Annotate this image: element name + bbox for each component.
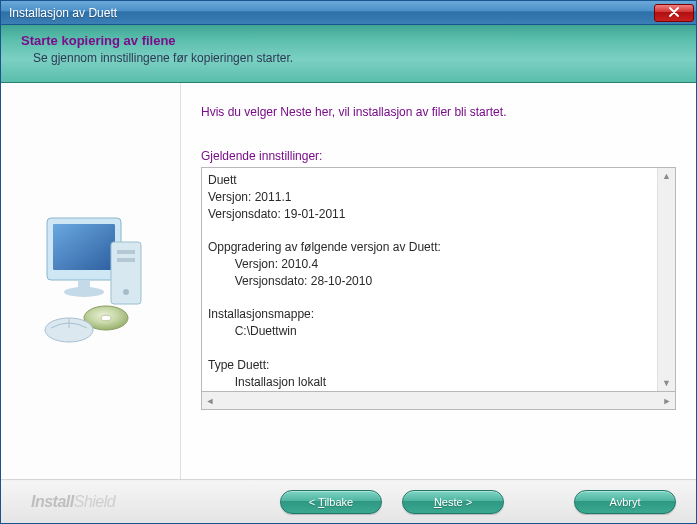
back-button[interactable]: < Tilbake [280, 490, 382, 514]
settings-label: Gjeldende innstillinger: [201, 149, 676, 163]
svg-rect-5 [117, 258, 135, 262]
window-title: Installasjon av Duett [9, 6, 654, 20]
svg-rect-4 [117, 250, 135, 254]
vertical-scrollbar[interactable]: ▲ ▼ [657, 168, 675, 391]
svg-point-10 [101, 315, 111, 321]
svg-rect-2 [53, 224, 115, 270]
scroll-up-icon[interactable]: ▲ [659, 168, 675, 184]
cancel-button-label: Avbryt [610, 496, 641, 508]
installer-window: Installasjon av Duett Starte kopiering a… [0, 0, 697, 524]
wizard-footer: InstallShield < Tilbake Neste > Avbryt [1, 481, 696, 523]
scroll-left-icon[interactable]: ◄ [202, 393, 218, 409]
scroll-right-icon[interactable]: ► [659, 393, 675, 409]
wizard-body: Hvis du velger Neste her, vil installasj… [1, 83, 696, 479]
wizard-header: Starte kopiering av filene Se gjennom in… [1, 25, 696, 83]
back-button-label: < Tilbake [309, 496, 353, 508]
cancel-button[interactable]: Avbryt [574, 490, 676, 514]
horizontal-scrollbar[interactable]: ◄ ► [201, 392, 676, 410]
illustration-pane [1, 83, 181, 479]
svg-point-6 [123, 289, 129, 295]
svg-rect-8 [78, 280, 90, 290]
intro-text: Hvis du velger Neste her, vil installasj… [201, 105, 676, 119]
titlebar: Installasjon av Duett [1, 1, 696, 25]
next-button[interactable]: Neste > [402, 490, 504, 514]
brand-light: Shield [74, 493, 115, 510]
close-button[interactable] [654, 4, 694, 22]
scroll-down-icon[interactable]: ▼ [659, 375, 675, 391]
close-icon [669, 6, 679, 20]
brand-bold: Install [31, 493, 74, 510]
next-button-label: Neste > [434, 496, 472, 508]
settings-textbox[interactable]: Duett Versjon: 2011.1 Versjonsdato: 19-0… [201, 167, 676, 392]
content-pane: Hvis du velger Neste her, vil installasj… [181, 83, 696, 479]
wizard-step-title: Starte kopiering av filene [21, 33, 676, 48]
installshield-logo: InstallShield [31, 493, 115, 511]
wizard-step-subtitle: Se gjennom innstillingene før kopieringe… [21, 51, 676, 65]
settings-content: Duett Versjon: 2011.1 Versjonsdato: 19-0… [208, 172, 669, 390]
computer-illustration-icon [21, 200, 161, 363]
settings-box-wrap: Duett Versjon: 2011.1 Versjonsdato: 19-0… [201, 167, 676, 469]
